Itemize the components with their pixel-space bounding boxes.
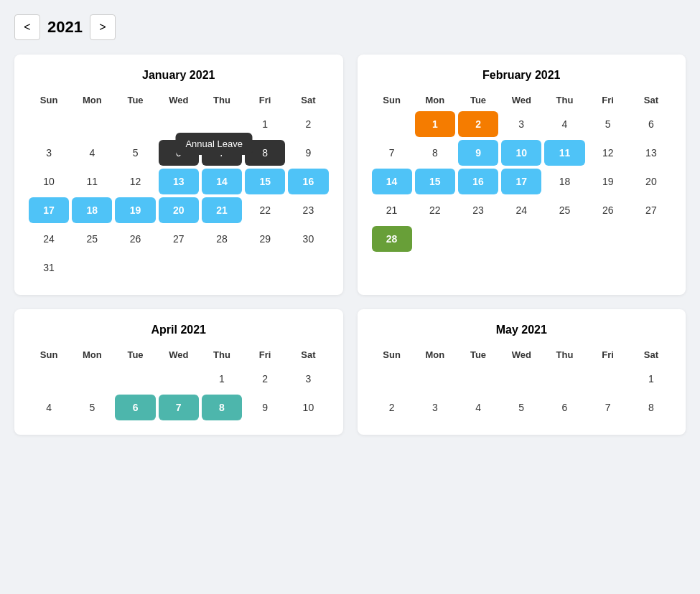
cal-day-jan-3: 3 [29,140,69,166]
cal-empty [631,226,671,252]
cal-day-jan-8[interactable]: 8 [245,140,285,166]
header-sun: Sun [372,346,412,363]
cal-day-jan-22: 22 [245,197,285,223]
cal-empty [372,366,412,392]
cal-empty [115,366,155,392]
cal-day-jan-11: 11 [72,169,112,194]
cal-empty [458,226,498,252]
cal-day-feb-22: 22 [415,197,455,223]
header-thu: Thu [544,92,584,108]
cal-day-feb-4: 4 [544,111,584,137]
header-wed: Wed [159,346,199,363]
cal-day-apr-5: 5 [72,395,112,420]
cal-empty [501,366,541,392]
cal-day-apr-4: 4 [29,395,69,420]
cal-day-jan-14[interactable]: 14 [202,169,242,194]
calendar-title-feb: February 2021 [372,69,672,82]
header-wed: Wed [501,346,541,363]
cal-day-may-7: 7 [588,395,628,420]
cal-day-feb-27: 27 [631,197,671,223]
cal-day-jan-31: 31 [29,255,69,280]
cal-empty [544,366,584,392]
calendar-may: May 2021SunMonTueWedThuFriSat12345678 [358,309,686,435]
calendar-title-jan: January 2021 [29,69,329,82]
cal-empty [159,366,199,392]
cal-day-jan-9: 9 [288,140,328,166]
cal-day-feb-21: 21 [372,197,412,223]
next-year-button[interactable]: > [90,14,116,40]
cal-empty [202,111,242,137]
cal-empty [245,255,285,280]
cal-day-feb-6: 6 [631,111,671,137]
cal-day-jan-25: 25 [72,226,112,252]
header-thu: Thu [544,346,584,363]
cal-grid-may: SunMonTueWedThuFriSat12345678 [372,346,672,420]
cal-day-jan-19: 19 [115,197,155,223]
calendar-title-may: May 2021 [372,324,672,336]
cal-empty [415,226,455,252]
cal-day-feb-14: 14 [372,169,412,194]
header-fri: Fri [588,346,628,363]
calendar-feb: February 2021SunMonTueWedThuFriSat123456… [358,55,686,295]
cal-day-may-5: 5 [501,395,541,420]
header-wed: Wed [501,92,541,108]
cal-day-feb-20: 20 [631,169,671,194]
header-mon: Mon [415,346,455,363]
header-fri: Fri [245,346,285,363]
cal-empty [115,111,155,137]
cal-day-may-8: 8 [631,395,671,420]
cal-day-jan-23: 23 [288,197,328,223]
cal-empty [72,366,112,392]
cal-empty [29,366,69,392]
prev-year-button[interactable]: < [14,14,40,40]
cal-grid-apr: SunMonTueWedThuFriSat12345678910 [29,346,329,420]
cal-day-feb-1: 1 [415,111,455,137]
cal-day-feb-23: 23 [458,197,498,223]
header-thu: Thu [202,346,242,363]
cal-day-feb-8: 8 [415,140,455,166]
cal-day-may-6: 6 [544,395,584,420]
cal-empty [159,111,199,137]
cal-empty [72,255,112,280]
cal-day-feb-13: 13 [631,140,671,166]
cal-day-may-1: 1 [631,366,671,392]
header-sat: Sat [631,92,671,108]
cal-day-jan-18: 18 [72,197,112,223]
cal-empty [588,366,628,392]
cal-day-jan-12: 12 [115,169,155,194]
cal-day-jan-27: 27 [159,226,199,252]
cal-day-feb-26: 26 [588,197,628,223]
cal-day-apr-6: 6 [115,395,155,420]
cal-day-apr-1: 1 [202,366,242,392]
header-tue: Tue [458,346,498,363]
header-mon: Mon [72,92,112,108]
cal-empty [458,366,498,392]
year-navigation: < 2021 > [14,14,686,40]
cal-day-jan-10: 10 [29,169,69,194]
calendar-title-apr: April 2021 [29,324,329,336]
cal-day-jan-21: 21 [202,197,242,223]
cal-day-apr-3: 3 [288,366,328,392]
cal-day-jan-5: 5 [115,140,155,166]
header-sun: Sun [372,92,412,108]
calendars-grid: January 2021SunMonTueWedThuFriSat123456A… [14,55,686,435]
header-wed: Wed [159,92,199,108]
cal-empty [415,366,455,392]
cal-day-jan-16: 16 [288,169,328,194]
cal-day-feb-2: 2 [458,111,498,137]
cal-day-apr-9: 9 [245,395,285,420]
cal-day-jan-7[interactable]: Annual Leave7 [202,140,242,166]
cal-grid-feb: SunMonTueWedThuFriSat1234567891011121314… [372,92,672,252]
cal-day-feb-16: 16 [458,169,498,194]
cal-empty [544,226,584,252]
cal-empty [29,111,69,137]
cal-day-feb-7: 7 [372,140,412,166]
header-sat: Sat [288,92,328,108]
cal-day-feb-10: 10 [501,140,541,166]
cal-day-jan-30: 30 [288,226,328,252]
header-tue: Tue [115,346,155,363]
cal-empty [159,255,199,280]
cal-day-apr-2: 2 [245,366,285,392]
cal-day-jan-6[interactable]: 6 [159,140,199,166]
header-mon: Mon [415,92,455,108]
